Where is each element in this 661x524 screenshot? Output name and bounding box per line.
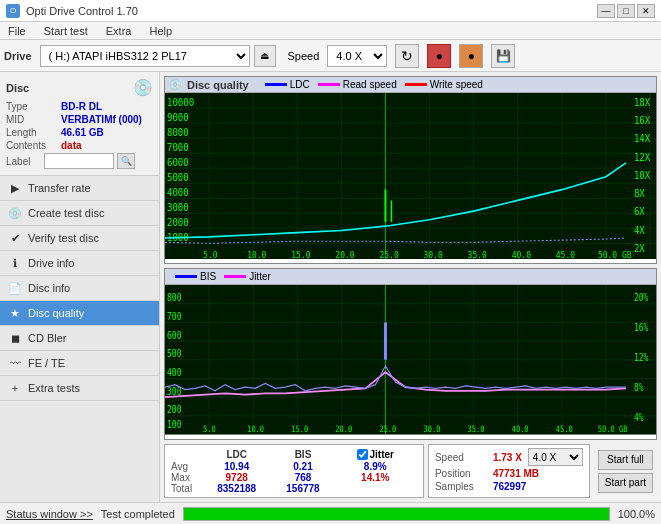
progress-bar-fill — [184, 508, 609, 520]
svg-text:300: 300 — [167, 386, 181, 397]
svg-text:4X: 4X — [634, 224, 645, 235]
red-button[interactable]: ● — [427, 44, 451, 68]
bis-header: BIS — [272, 448, 333, 461]
type-value: BD-R DL — [61, 101, 102, 112]
nav-label-disc-info: Disc info — [28, 282, 70, 294]
sidebar-item-disc-quality[interactable]: ★ Disc quality — [0, 301, 159, 326]
app-title: Opti Drive Control 1.70 — [26, 5, 138, 17]
length-label: Length — [6, 127, 61, 138]
legend-jitter-color — [224, 275, 246, 278]
close-button[interactable]: ✕ — [637, 4, 655, 18]
bis-chart-svg: 800 700 600 500 400 300 200 100 20% 16% … — [165, 285, 656, 435]
svg-text:5.0: 5.0 — [203, 250, 217, 259]
nav-label-disc-quality: Disc quality — [28, 307, 84, 319]
stats-row: LDC BIS Jitter Avg — [164, 444, 657, 498]
sidebar-item-fe-te[interactable]: 〰 FE / TE — [0, 351, 159, 376]
svg-text:30.0: 30.0 — [424, 425, 441, 435]
label-text: Label — [6, 156, 41, 167]
jitter-avg: 8.9% — [334, 461, 417, 472]
sidebar-item-cd-bler[interactable]: ◼ CD Bler — [0, 326, 159, 351]
svg-text:12%: 12% — [634, 353, 649, 364]
speed-info-panel: Speed 1.73 X 4.0 X 2.0 X 8.0 X Position … — [428, 444, 590, 498]
sidebar-item-verify-test-disc[interactable]: ✔ Verify test disc — [0, 226, 159, 251]
nav-label-cd-bler: CD Bler — [28, 332, 67, 344]
legend-bis: BIS — [175, 271, 216, 282]
svg-text:4000: 4000 — [167, 187, 189, 198]
bis-jitter-chart-panel: BIS Jitter — [164, 268, 657, 440]
svg-text:18X: 18X — [634, 97, 651, 108]
start-part-button[interactable]: Start part — [598, 473, 653, 493]
speed-info-value: 1.73 X — [493, 452, 522, 463]
position-label: Position — [435, 468, 487, 479]
ldc-header: LDC — [201, 448, 272, 461]
nav-label-verify-test-disc: Verify test disc — [28, 232, 99, 244]
speed-select[interactable]: 4.0 X 2.0 X 8.0 X — [327, 45, 387, 67]
position-value: 47731 MB — [493, 468, 539, 479]
stats-table: LDC BIS Jitter Avg — [164, 444, 424, 498]
action-buttons-panel: Start full Start part — [594, 444, 657, 498]
orange-button[interactable]: ● — [459, 44, 483, 68]
label-search-button[interactable]: 🔍 — [117, 153, 135, 169]
jitter-checkbox[interactable] — [357, 449, 368, 460]
menu-help[interactable]: Help — [145, 24, 176, 38]
status-text: Test completed — [101, 508, 175, 520]
verify-test-disc-icon: ✔ — [8, 231, 22, 245]
svg-text:45.0: 45.0 — [556, 250, 575, 259]
quality-chart-svg: 10000 9000 8000 7000 6000 5000 4000 3000… — [165, 93, 656, 259]
disc-quality-icon: ★ — [8, 306, 22, 320]
bis-avg: 0.21 — [272, 461, 333, 472]
save-button[interactable]: 💾 — [491, 44, 515, 68]
svg-text:15.0: 15.0 — [291, 425, 308, 435]
svg-text:40.0: 40.0 — [512, 250, 531, 259]
sidebar-item-transfer-rate[interactable]: ▶ Transfer rate — [0, 176, 159, 201]
speed-info-label: Speed — [435, 452, 487, 463]
svg-text:20.0: 20.0 — [335, 425, 352, 435]
transfer-rate-icon: ▶ — [8, 181, 22, 195]
ldc-avg: 10.94 — [201, 461, 272, 472]
svg-text:9000: 9000 — [167, 112, 189, 123]
label-input[interactable] — [44, 153, 114, 169]
svg-text:6X: 6X — [634, 206, 645, 217]
menu-start-test[interactable]: Start test — [40, 24, 92, 38]
svg-text:45.0: 45.0 — [556, 425, 573, 435]
minimize-button[interactable]: — — [597, 4, 615, 18]
jitter-checkbox-cell: Jitter — [334, 448, 417, 461]
svg-text:12X: 12X — [634, 151, 651, 162]
sidebar: Disc 💿 Type BD-R DL MID VERBATIMf (000) … — [0, 72, 160, 502]
mid-label: MID — [6, 114, 61, 125]
sidebar-item-drive-info[interactable]: ℹ Drive info — [0, 251, 159, 276]
title-bar: O Opti Drive Control 1.70 — □ ✕ — [0, 0, 661, 22]
svg-text:3000: 3000 — [167, 202, 189, 213]
drive-select[interactable]: ( H:) ATAPI iHBS312 2 PL17 — [40, 45, 250, 67]
progress-bar — [183, 507, 610, 521]
status-window-button[interactable]: Status window >> — [6, 508, 93, 520]
maximize-button[interactable]: □ — [617, 4, 635, 18]
svg-text:8000: 8000 — [167, 127, 189, 138]
svg-text:2X: 2X — [634, 243, 645, 254]
jitter-header: Jitter — [370, 449, 394, 460]
start-full-button[interactable]: Start full — [598, 450, 653, 470]
disc-quality-title-icon: 💿 — [169, 79, 181, 90]
drive-label: Drive — [4, 50, 32, 62]
bis-total: 156778 — [272, 483, 333, 494]
eject-button[interactable]: ⏏ — [254, 45, 276, 67]
sidebar-item-disc-info[interactable]: 📄 Disc info — [0, 276, 159, 301]
menu-extra[interactable]: Extra — [102, 24, 136, 38]
speed-label: Speed — [288, 50, 320, 62]
cd-bler-icon: ◼ — [8, 331, 22, 345]
sidebar-item-create-test-disc[interactable]: 💿 Create test disc — [0, 201, 159, 226]
extra-tests-icon: + — [8, 381, 22, 395]
svg-text:800: 800 — [167, 293, 181, 304]
speed-select-small[interactable]: 4.0 X 2.0 X 8.0 X — [528, 448, 583, 466]
svg-text:8%: 8% — [634, 383, 644, 394]
menu-file[interactable]: File — [4, 24, 30, 38]
svg-text:20%: 20% — [634, 293, 649, 304]
disc-quality-title: Disc quality — [187, 79, 249, 91]
svg-text:6000: 6000 — [167, 157, 189, 168]
svg-text:25.0: 25.0 — [379, 425, 396, 435]
create-test-disc-icon: 💿 — [8, 206, 22, 220]
sidebar-item-extra-tests[interactable]: + Extra tests — [0, 376, 159, 401]
svg-text:14X: 14X — [634, 133, 651, 144]
svg-text:5.0: 5.0 — [203, 425, 216, 435]
refresh-button[interactable]: ↻ — [395, 44, 419, 68]
